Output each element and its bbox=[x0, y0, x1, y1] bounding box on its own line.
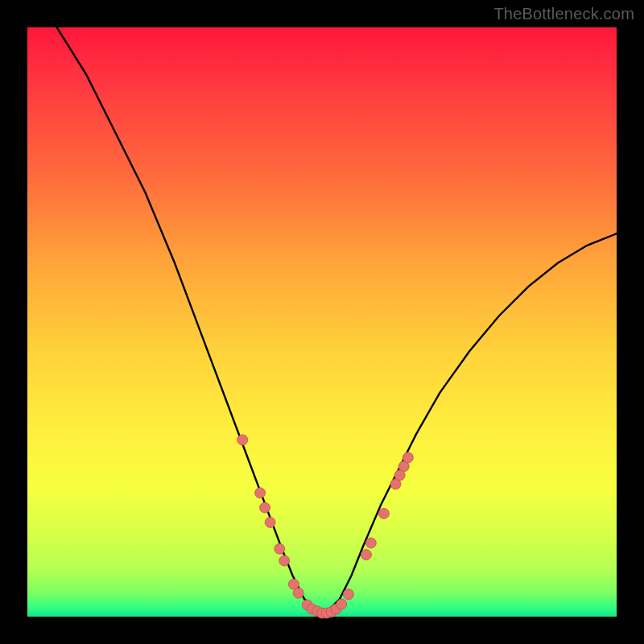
curve-markers bbox=[237, 435, 414, 618]
curve-marker bbox=[365, 538, 376, 548]
curve-marker bbox=[255, 488, 266, 498]
curve-marker bbox=[279, 555, 290, 566]
curve-marker bbox=[265, 517, 275, 527]
curve-marker bbox=[260, 502, 270, 513]
curve-marker bbox=[343, 589, 353, 600]
curve-marker bbox=[361, 550, 371, 560]
curve-marker bbox=[293, 588, 303, 598]
chart-frame: TheBottleneck.com bbox=[0, 0, 644, 644]
bottleneck-curve bbox=[57, 27, 617, 613]
watermark-text: TheBottleneck.com bbox=[493, 5, 634, 23]
chart-svg bbox=[27, 27, 617, 617]
plot-area bbox=[27, 27, 617, 617]
curve-marker bbox=[402, 452, 413, 463]
curve-marker bbox=[237, 435, 248, 445]
curve-marker bbox=[336, 599, 347, 609]
curve-marker bbox=[275, 543, 285, 554]
curve-marker bbox=[378, 508, 389, 518]
